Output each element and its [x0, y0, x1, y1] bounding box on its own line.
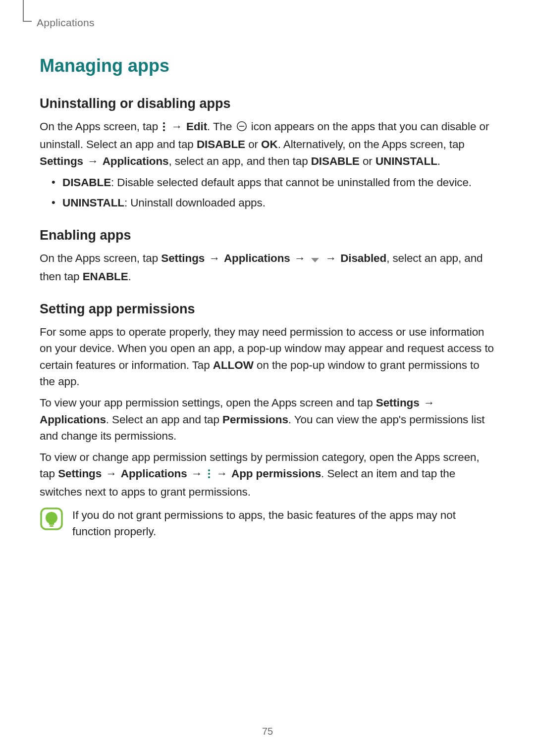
text: : Disable selected default apps that can…: [111, 176, 472, 189]
heading-permissions: Setting app permissions: [40, 302, 496, 317]
svg-point-2: [163, 129, 165, 131]
applications-label: Applications: [40, 413, 106, 426]
text: : Uninstall downloaded apps.: [124, 197, 266, 209]
bullet-list-uninstall: DISABLE: Disable selected default apps t…: [40, 174, 496, 211]
paragraph-permissions-1: For some apps to operate properly, they …: [40, 324, 496, 390]
settings-label: Settings: [161, 252, 205, 264]
disable-term: DISABLE: [62, 176, 111, 189]
dropdown-icon: [309, 252, 321, 268]
settings-label: Settings: [40, 155, 83, 167]
svg-rect-10: [50, 525, 54, 527]
list-item: DISABLE: Disable selected default apps t…: [52, 174, 496, 191]
list-item: UNINSTALL: Uninstall downloaded apps.: [52, 195, 496, 211]
settings-label: Settings: [376, 397, 420, 409]
app-permissions-label: App permissions: [231, 467, 321, 480]
arrow-icon: →: [420, 397, 436, 409]
arrow-icon: →: [321, 252, 340, 264]
svg-point-1: [163, 126, 165, 128]
text: , select an app, and then tap: [168, 155, 311, 167]
svg-point-7: [208, 473, 210, 475]
settings-label: Settings: [58, 467, 102, 480]
enable-label: ENABLE: [83, 270, 128, 283]
permissions-label: Permissions: [222, 413, 288, 426]
svg-point-0: [163, 122, 165, 124]
svg-point-8: [208, 476, 210, 478]
text: . Alternatively, on the Apps screen, tap: [278, 138, 465, 151]
heading-uninstall: Uninstalling or disabling apps: [40, 96, 496, 111]
arrow-icon: →: [212, 467, 231, 480]
header-corner-mark: [23, 0, 32, 22]
applications-label: Applications: [224, 252, 290, 264]
text: On the Apps screen, tap: [40, 252, 161, 264]
arrow-icon: →: [187, 467, 207, 480]
text: . Select an app and tap: [106, 413, 222, 426]
allow-label: ALLOW: [213, 359, 254, 371]
text: On the Apps screen, tap: [40, 120, 161, 133]
disable-label: DISABLE: [197, 138, 245, 151]
note-callout: If you do not grant permissions to apps,…: [40, 507, 496, 540]
breadcrumb: Applications: [37, 17, 496, 29]
paragraph-permissions-3: To view or change app permission setting…: [40, 449, 496, 500]
heading-enable: Enabling apps: [40, 228, 496, 243]
text: or: [360, 155, 375, 167]
edit-label: Edit: [186, 120, 207, 133]
uninstall-term: UNINSTALL: [62, 197, 124, 209]
applications-label: Applications: [103, 155, 169, 167]
remove-circle-icon: [235, 120, 248, 136]
svg-marker-5: [311, 258, 319, 262]
note-icon: [40, 507, 63, 533]
text: . The: [207, 120, 235, 133]
more-options-icon: [161, 120, 167, 136]
arrow-icon: →: [167, 120, 186, 133]
paragraph-uninstall-1: On the Apps screen, tap → Edit. The icon…: [40, 118, 496, 169]
arrow-icon: →: [205, 252, 224, 264]
paragraph-enable: On the Apps screen, tap Settings → Appli…: [40, 250, 496, 285]
arrow-icon: →: [83, 155, 103, 167]
paragraph-permissions-2: To view your app permission settings, op…: [40, 395, 496, 444]
page-number: 75: [0, 726, 535, 737]
text: .: [128, 270, 131, 283]
note-text: If you do not grant permissions to apps,…: [72, 507, 496, 540]
ok-label: OK: [261, 138, 278, 151]
page-title: Managing apps: [40, 55, 496, 76]
disable-label: DISABLE: [311, 155, 360, 167]
text: or: [245, 138, 261, 151]
more-options-icon: [206, 467, 212, 483]
applications-label: Applications: [121, 467, 187, 480]
arrow-icon: →: [102, 467, 121, 480]
disabled-label: Disabled: [340, 252, 386, 264]
arrow-icon: →: [290, 252, 310, 264]
text: To view your app permission settings, op…: [40, 397, 376, 409]
svg-point-6: [208, 469, 210, 471]
text: .: [437, 155, 440, 167]
uninstall-label: UNINSTALL: [375, 155, 437, 167]
